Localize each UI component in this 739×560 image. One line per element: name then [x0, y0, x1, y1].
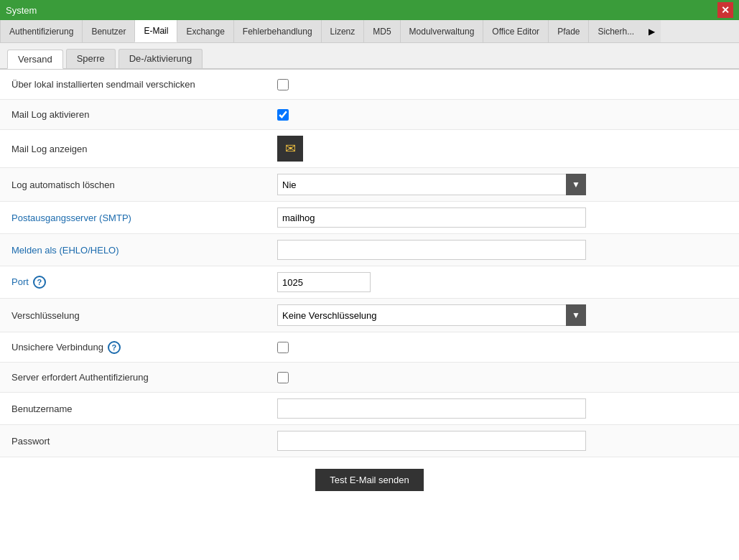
checkbox-server-erfordert-auth[interactable]	[277, 372, 289, 383]
input-benutzername[interactable]	[277, 398, 586, 419]
top-tab-modulverwaltung[interactable]: Modulverwaltung	[400, 20, 484, 42]
form-control-server-erfordert-auth	[277, 372, 728, 383]
input-melden-als[interactable]	[277, 240, 586, 260]
top-tabs-container: AuthentifizierungBenutzerE-MailExchangeF…	[0, 20, 643, 42]
top-tab-office-editor[interactable]: Office Editor	[483, 20, 549, 42]
form-control-passwort	[277, 431, 728, 451]
form-label-log-automatisch-loeschen: Log automatisch löschen	[11, 179, 277, 190]
form-label-server-erfordert-auth: Server erfordert Authentifizierung	[11, 372, 277, 383]
sub-tabs-container: VersandSperreDe-/aktivierung	[7, 49, 205, 68]
form-control-port	[277, 272, 728, 292]
form-row-sendmail: Über lokal installierten sendmail versch…	[0, 70, 739, 100]
top-tab-sicherh[interactable]: Sicherh...	[588, 20, 643, 42]
top-tabs-bar: AuthentifizierungBenutzerE-MailExchangeF…	[0, 20, 739, 43]
form-row-passwort: Passwort	[0, 425, 739, 457]
close-button[interactable]: ✕	[717, 2, 733, 18]
help-icon-port[interactable]: ?	[33, 276, 46, 289]
select-wrapper-log-automatisch-loeschen: NieTäglichWöchentlichMonatlich▼	[277, 174, 586, 195]
top-tab-fehlerbehandlung[interactable]: Fehlerbehandlung	[233, 20, 322, 42]
form-label-mail-log-aktivieren: Mail Log aktivieren	[11, 109, 277, 120]
form-rows-container: Über lokal installierten sendmail versch…	[0, 70, 739, 457]
form-label-postausgangsserver: Postausgangsserver (SMTP)	[11, 213, 277, 223]
form-label-mail-log-anzeigen: Mail Log anzeigen	[11, 144, 277, 154]
test-email-button[interactable]: Test E-Mail senden	[315, 469, 424, 491]
form-label-unsichere-verbindung: Unsichere Verbindung?	[11, 341, 277, 354]
select-wrapper-verschluesselung: Keine VerschlüsselungSSLTLSSTARTTLS▼	[277, 304, 586, 326]
form-row-server-erfordert-auth: Server erfordert Authentifizierung	[0, 363, 739, 393]
input-passwort[interactable]	[277, 431, 586, 451]
top-tab-md5[interactable]: MD5	[363, 20, 400, 42]
checkbox-mail-log-aktivieren[interactable]	[277, 109, 289, 121]
form-label-verschluesselung: Verschlüsselung	[11, 310, 277, 321]
help-icon-unsichere-verbindung[interactable]: ?	[108, 341, 121, 354]
sub-tabs-bar: VersandSperreDe-/aktivierung	[0, 43, 739, 69]
form-control-unsichere-verbindung	[277, 342, 728, 353]
main-area: VersandSperreDe-/aktivierung Über lokal …	[0, 43, 739, 560]
title-bar: System ✕	[0, 0, 739, 20]
form-row-mail-log-anzeigen: Mail Log anzeigen✉	[0, 130, 739, 168]
form-row-postausgangsserver: Postausgangsserver (SMTP)	[0, 202, 739, 234]
select-log-automatisch-loeschen[interactable]: NieTäglichWöchentlichMonatlich	[277, 174, 586, 195]
form-control-mail-log-aktivieren	[277, 109, 728, 121]
mail-log-button[interactable]: ✉	[277, 136, 303, 162]
form-row-verschluesselung: VerschlüsselungKeine VerschlüsselungSSLT…	[0, 299, 739, 332]
sub-tab-sperre[interactable]: Sperre	[66, 49, 116, 68]
top-tab-exchange[interactable]: Exchange	[177, 20, 233, 42]
top-tab-pfade[interactable]: Pfade	[548, 20, 589, 42]
more-tabs-icon: ▶	[649, 27, 655, 37]
sub-tab-deaktivierung[interactable]: De-/aktivierung	[118, 49, 203, 68]
form-label-sendmail: Über lokal installierten sendmail versch…	[11, 79, 277, 90]
top-tab-authentifizierung[interactable]: Authentifizierung	[0, 20, 83, 42]
top-tab-benutzer[interactable]: Benutzer	[82, 20, 135, 42]
select-verschluesselung[interactable]: Keine VerschlüsselungSSLTLSSTARTTLS	[277, 304, 586, 326]
form-row-benutzername: Benutzername	[0, 393, 739, 425]
more-tabs-button[interactable]: ▶	[643, 20, 661, 42]
form-row-mail-log-aktivieren: Mail Log aktivieren	[0, 100, 739, 130]
form-label-passwort: Passwort	[11, 436, 277, 447]
form-row-unsichere-verbindung: Unsichere Verbindung?	[0, 332, 739, 363]
input-port[interactable]	[277, 272, 371, 292]
form-row-log-automatisch-loeschen: Log automatisch löschenNieTäglichWöchent…	[0, 168, 739, 202]
form-control-melden-als	[277, 240, 728, 260]
top-tab-lizenz[interactable]: Lizenz	[321, 20, 365, 42]
form-label-port: Port?	[11, 276, 277, 289]
form-control-benutzername	[277, 398, 728, 419]
test-button-row: Test E-Mail senden	[0, 457, 739, 503]
form-control-verschluesselung: Keine VerschlüsselungSSLTLSSTARTTLS▼	[277, 304, 728, 326]
form-control-log-automatisch-loeschen: NieTäglichWöchentlichMonatlich▼	[277, 174, 728, 195]
form-area: Über lokal installierten sendmail versch…	[0, 69, 739, 560]
form-control-sendmail	[277, 79, 728, 90]
form-row-melden-als: Melden als (EHLO/HELO)	[0, 234, 739, 266]
sub-tab-versand[interactable]: Versand	[7, 50, 63, 69]
mail-icon: ✉	[285, 141, 296, 157]
form-label-benutzername: Benutzername	[11, 403, 277, 414]
form-control-mail-log-anzeigen: ✉	[277, 136, 728, 162]
form-control-postausgangsserver	[277, 207, 728, 228]
form-label-melden-als: Melden als (EHLO/HELO)	[11, 245, 277, 256]
checkbox-sendmail[interactable]	[277, 79, 289, 90]
top-tab-email[interactable]: E-Mail	[134, 20, 177, 42]
window: System ✕ AuthentifizierungBenutzerE-Mail…	[0, 0, 739, 560]
checkbox-unsichere-verbindung[interactable]	[277, 342, 289, 353]
form-row-port: Port?	[0, 266, 739, 299]
window-title: System	[6, 5, 37, 16]
input-postausgangsserver[interactable]	[277, 207, 586, 228]
